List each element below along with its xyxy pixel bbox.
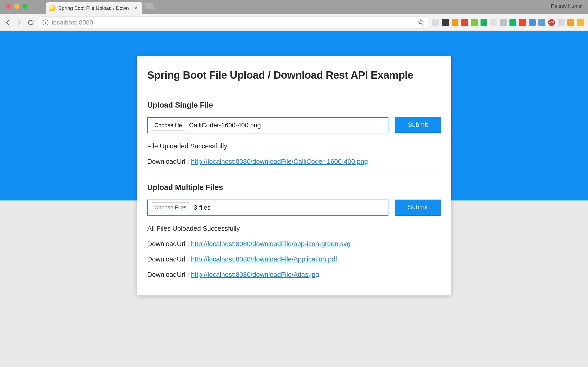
tab-title: Spring Boot File Upload / Down: [58, 5, 132, 11]
multi-success-message: All Files Uploaded Successfully: [147, 225, 441, 232]
extension-icon[interactable]: [510, 19, 516, 26]
extension-icon[interactable]: [442, 19, 449, 26]
extension-icon[interactable]: [577, 19, 584, 26]
extension-icon[interactable]: [500, 19, 507, 26]
extension-icon[interactable]: [432, 19, 439, 26]
forward-button[interactable]: [16, 19, 23, 26]
divider: [147, 91, 441, 91]
reload-button[interactable]: [27, 19, 35, 26]
page-title: Spring Boot File Upload / Download Rest …: [147, 69, 441, 81]
close-tab-icon[interactable]: ×: [134, 5, 137, 11]
extension-icon[interactable]: [471, 19, 478, 26]
maximize-window-icon[interactable]: [23, 4, 27, 9]
download-prefix: DownloadUrl :: [147, 158, 191, 165]
extensions-row: ABP: [432, 19, 584, 26]
extension-icon[interactable]: [558, 19, 565, 26]
site-info-icon[interactable]: i: [43, 19, 48, 25]
tab-strip: Spring Boot File Upload / Down × Rajeev …: [0, 0, 588, 14]
multi-download-link[interactable]: http://localhost:8080/downloadFile/Atlas…: [191, 271, 319, 278]
window-controls: [6, 4, 27, 9]
back-button[interactable]: [4, 19, 11, 26]
close-window-icon[interactable]: [6, 4, 11, 9]
multi-submit-button[interactable]: Submit: [395, 200, 441, 216]
address-bar[interactable]: i localhost:8080: [39, 17, 428, 28]
single-file-input[interactable]: Choose file CalliCoder-1600-400.png: [147, 117, 389, 133]
multi-upload-row: Choose Files 3 files Submit: [147, 200, 441, 216]
single-filename: CalliCoder-1600-400.png: [189, 122, 261, 129]
extension-icon[interactable]: [529, 19, 536, 26]
url-text: localhost:8080: [52, 19, 93, 26]
minimize-window-icon[interactable]: [14, 4, 19, 9]
multi-download-link[interactable]: http://localhost:8080/downloadFile/app-i…: [191, 240, 351, 248]
extension-icon[interactable]: [519, 19, 526, 26]
bookmark-star-icon[interactable]: [417, 19, 424, 26]
page-viewport: Spring Boot File Upload / Download Rest …: [0, 31, 588, 367]
multi-upload-heading: Upload Multiple Files: [147, 183, 441, 192]
download-prefix: DownloadUrl :: [147, 240, 191, 248]
single-success-message: File Uploaded Successfully.: [147, 142, 441, 150]
choose-file-button[interactable]: Choose file: [151, 120, 185, 131]
multi-download-line: DownloadUrl : http://localhost:8080/down…: [147, 240, 441, 248]
extension-icon[interactable]: [451, 19, 458, 26]
divider: [147, 173, 441, 173]
multi-filecount: 3 files: [194, 204, 210, 211]
extension-icon[interactable]: [538, 19, 545, 26]
profile-name[interactable]: Rajeev Kumar: [551, 3, 583, 9]
single-submit-button[interactable]: Submit: [395, 117, 441, 133]
new-tab-button[interactable]: [144, 3, 155, 9]
download-prefix: DownloadUrl :: [147, 271, 191, 278]
download-prefix: DownloadUrl :: [147, 256, 191, 263]
multi-download-link[interactable]: http://localhost:8080/downloadFile/Appli…: [191, 256, 337, 263]
choose-files-button[interactable]: Choose Files: [151, 202, 190, 213]
multi-download-line: DownloadUrl : http://localhost:8080/down…: [147, 256, 441, 263]
multi-file-input[interactable]: Choose Files 3 files: [147, 200, 389, 216]
tab-favicon-icon: [49, 5, 56, 11]
browser-toolbar: i localhost:8080 ABP: [0, 14, 588, 31]
extension-icon[interactable]: [481, 19, 487, 26]
extension-icon[interactable]: [461, 19, 468, 26]
single-upload-row: Choose file CalliCoder-1600-400.png Subm…: [147, 117, 441, 133]
main-card: Spring Boot File Upload / Download Rest …: [137, 56, 451, 295]
single-upload-heading: Upload Single File: [147, 101, 441, 109]
single-download-line: DownloadUrl : http://localhost:8080/down…: [147, 158, 441, 165]
multi-download-line: DownloadUrl : http://localhost:8080/down…: [147, 271, 441, 278]
extension-icon[interactable]: [567, 19, 574, 26]
single-download-link[interactable]: http://localhost:8080/downloadFile/Calli…: [191, 158, 368, 165]
extension-icon[interactable]: ABP: [548, 19, 555, 26]
extension-icon[interactable]: [490, 19, 497, 26]
browser-tab[interactable]: Spring Boot File Upload / Down ×: [46, 2, 142, 14]
